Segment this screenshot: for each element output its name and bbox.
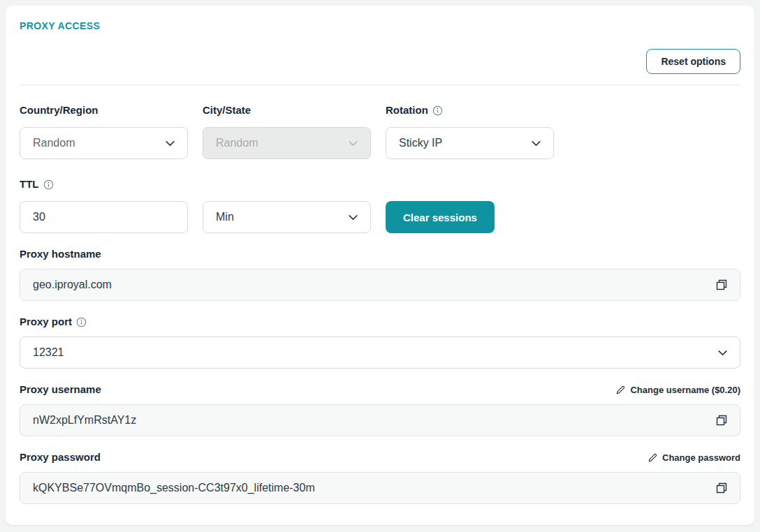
copy-username-button[interactable] (711, 410, 732, 431)
password-label-row: Proxy password Change password (20, 451, 740, 464)
ttl-row: TTL Min Clear sessions (20, 178, 740, 233)
ttl-label-text: TTL (20, 178, 39, 191)
country-region-label: Country/Region (20, 104, 188, 117)
hostname-input[interactable] (20, 269, 740, 301)
copy-hostname-button[interactable] (711, 274, 732, 295)
port-label-text: Proxy port (20, 316, 72, 328)
copy-icon (715, 481, 729, 495)
clear-sessions-button[interactable]: Clear sessions (386, 201, 495, 233)
copy-password-button[interactable] (711, 478, 732, 498)
pencil-icon (615, 385, 626, 395)
pencil-icon (648, 452, 658, 463)
page-title: PROXY ACCESS (20, 20, 740, 31)
copy-icon (715, 413, 729, 427)
port-select-wrap: 12321 (20, 337, 740, 369)
rotation-label-text: Rotation (386, 104, 428, 117)
username-input-wrap (20, 404, 740, 436)
rotation-field: Rotation Sticky IP (386, 104, 554, 159)
ttl-field: TTL (20, 178, 188, 233)
port-value: 12321 (33, 346, 64, 359)
location-row: Country/Region Random City/State Random … (20, 104, 740, 159)
city-state-label: City/State (203, 104, 371, 117)
country-region-value: Random (33, 137, 75, 149)
city-state-select: Random (203, 127, 371, 159)
ttl-unit-select[interactable]: Min (203, 201, 371, 233)
chevron-down-icon (717, 347, 729, 359)
ttl-unit-value: Min (216, 211, 234, 223)
info-icon[interactable] (432, 105, 443, 116)
hostname-input-wrap (20, 269, 740, 301)
rotation-label: Rotation (386, 104, 554, 117)
username-label: Proxy username (20, 383, 101, 396)
country-region-select[interactable]: Random (20, 127, 188, 159)
ttl-input[interactable] (20, 201, 188, 233)
actions-row: Reset options (20, 49, 740, 74)
username-label-row: Proxy username Change username ($0.20) (20, 383, 740, 396)
rotation-value: Sticky IP (399, 137, 442, 149)
password-label: Proxy password (20, 451, 101, 464)
info-icon[interactable] (43, 179, 54, 190)
info-icon[interactable] (76, 317, 87, 327)
chevron-down-icon (164, 138, 176, 149)
hostname-group: Proxy hostname (20, 248, 740, 301)
city-state-value: Random (216, 137, 258, 149)
username-group: Proxy username Change username ($0.20) (20, 383, 740, 436)
copy-icon (715, 278, 729, 292)
country-region-field: Country/Region Random (20, 104, 188, 159)
port-label: Proxy port (20, 316, 740, 328)
rotation-select[interactable]: Sticky IP (386, 127, 554, 159)
port-select[interactable]: 12321 (20, 337, 740, 369)
chevron-down-icon (347, 212, 359, 223)
password-group: Proxy password Change password (20, 451, 740, 504)
password-input-wrap (20, 472, 740, 504)
city-state-field: City/State Random (203, 104, 371, 159)
change-username-text: Change username ($0.20) (630, 385, 740, 395)
proxy-access-card: PROXY ACCESS Reset options Country/Regio… (6, 6, 754, 525)
reset-options-button[interactable]: Reset options (646, 49, 740, 74)
ttl-unit-field: Min (203, 201, 371, 233)
change-password-link[interactable]: Change password (648, 452, 740, 463)
change-username-link[interactable]: Change username ($0.20) (615, 385, 740, 395)
divider (20, 84, 740, 85)
chevron-down-icon (347, 138, 359, 149)
password-input[interactable] (20, 472, 740, 504)
ttl-label: TTL (20, 178, 188, 191)
hostname-label: Proxy hostname (20, 248, 740, 260)
change-password-text: Change password (662, 452, 740, 463)
port-group: Proxy port 12321 (20, 316, 740, 369)
chevron-down-icon (530, 138, 542, 149)
username-input[interactable] (20, 404, 740, 436)
